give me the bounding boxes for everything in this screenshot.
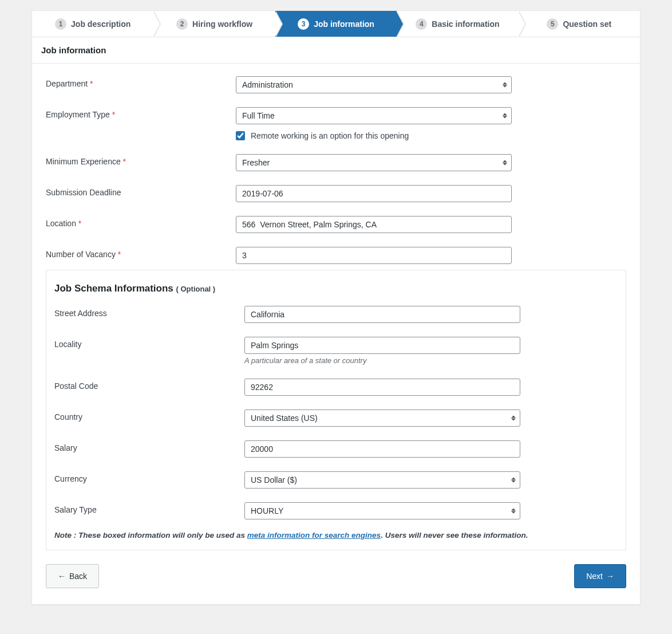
locality-help: A particular area of a state or country [244,356,520,365]
step-number: 2 [176,18,188,30]
note-prefix: Note : These boxed information will only… [54,531,247,540]
label-locality: Locality [54,337,244,349]
deadline-input[interactable] [236,185,512,202]
step-number: 3 [298,18,309,30]
remote-checkbox[interactable] [236,131,245,140]
field-remote: Remote working is an option for this ope… [236,131,512,140]
field-department: Administration [236,76,512,93]
step-number: 5 [547,18,558,30]
next-button[interactable]: Next → [574,564,626,588]
row-country: Country United States (US) [54,409,618,427]
field-min-experience: Fresher [236,154,512,171]
row-department: Department * Administration [46,76,626,93]
form-body: Department * Administration Employment T… [31,64,641,605]
salary-input[interactable] [244,440,520,458]
row-vacancy: Number of Vacancy * [46,247,626,264]
country-select[interactable]: United States (US) [244,409,520,427]
schema-box: Job Schema Informations ( Optional ) Str… [46,270,626,550]
step-hiring-workflow[interactable]: 2 Hiring workflow [153,11,275,37]
step-label: Question set [563,19,611,29]
label-location: Location * [46,216,236,228]
footer-buttons: ← Back Next → [46,564,626,588]
label-salary-type: Salary Type [54,502,244,514]
field-deadline [236,185,512,202]
step-basic-information[interactable]: 4 Basic information [397,11,518,37]
step-question-set[interactable]: 5 Question set [519,11,640,37]
label-country: Country [54,409,244,422]
label-currency: Currency [54,471,244,483]
row-min-experience: Minimum Experience * Fresher [46,154,626,171]
field-street [244,306,520,323]
employment-type-select[interactable]: Full Time [236,107,512,124]
street-input[interactable] [244,306,520,323]
step-label: Hiring workflow [192,19,252,29]
row-postal: Postal Code [54,379,618,396]
label-min-experience: Minimum Experience * [46,154,236,166]
required-icon: * [118,250,121,259]
note-suffix: . Users will never see these information… [381,531,528,540]
required-icon: * [90,79,93,88]
required-icon: * [78,219,81,228]
back-label: Back [69,572,87,581]
remote-label: Remote working is an option for this ope… [251,131,409,140]
row-salary-type: Salary Type HOURLY [54,502,618,519]
label-street: Street Address [54,306,244,318]
field-postal [244,379,520,396]
row-currency: Currency US Dollar ($) [54,471,618,489]
wizard-container: 1 Job description 2 Hiring workflow 3 Jo… [31,10,641,605]
row-salary: Salary [54,440,618,458]
field-currency: US Dollar ($) [244,471,520,489]
salary-type-select[interactable]: HOURLY [244,502,520,519]
field-employment-type: Full Time [236,107,512,124]
back-button[interactable]: ← Back [46,564,99,588]
arrow-right-icon: → [606,572,614,581]
note-link[interactable]: meta information for search engines [247,531,381,540]
step-label: Basic information [432,19,499,29]
label-department: Department * [46,76,236,88]
row-deadline: Submission Deadline [46,185,626,202]
vacancy-input[interactable] [236,247,512,264]
row-street: Street Address [54,306,618,323]
row-employment-type: Employment Type * Full Time [46,107,626,124]
row-locality: Locality A particular area of a state or… [54,337,618,365]
schema-title: Job Schema Informations ( Optional ) [54,283,618,294]
label-text: Number of Vacancy [46,250,116,259]
field-country: United States (US) [244,409,520,427]
label-text: Minimum Experience [46,157,121,166]
row-remote: Remote working is an option for this ope… [46,131,626,140]
location-input[interactable] [236,216,512,233]
min-experience-select[interactable]: Fresher [236,154,512,171]
currency-select[interactable]: US Dollar ($) [244,471,520,489]
label-text: Department [46,79,88,88]
schema-note: Note : These boxed information will only… [54,531,618,540]
label-text: Employment Type [46,110,110,119]
label-vacancy: Number of Vacancy * [46,247,236,259]
required-icon: * [123,157,126,166]
label-empty [46,131,236,134]
label-postal: Postal Code [54,379,244,391]
field-locality: A particular area of a state or country [244,337,520,365]
field-location [236,216,512,233]
step-job-information[interactable]: 3 Job information [275,11,397,37]
field-salary-type: HOURLY [244,502,520,519]
field-vacancy [236,247,512,264]
section-title: Job information [31,37,641,64]
required-icon: * [112,110,115,119]
step-job-description[interactable]: 1 Job description [32,11,153,37]
arrow-left-icon: ← [58,572,66,581]
next-label: Next [586,572,603,581]
step-label: Job information [314,19,374,29]
stepper: 1 Job description 2 Hiring workflow 3 Jo… [31,10,641,37]
schema-optional-text: ( Optional ) [176,285,216,293]
schema-title-text: Job Schema Informations [54,283,173,294]
label-deadline: Submission Deadline [46,185,236,197]
department-select[interactable]: Administration [236,76,512,93]
step-label: Job description [71,19,131,29]
field-salary [244,440,520,458]
label-salary: Salary [54,440,244,452]
step-number: 4 [416,18,427,30]
row-location: Location * [46,216,626,233]
postal-input[interactable] [244,379,520,396]
locality-input[interactable] [244,337,520,354]
label-text: Location [46,219,76,228]
